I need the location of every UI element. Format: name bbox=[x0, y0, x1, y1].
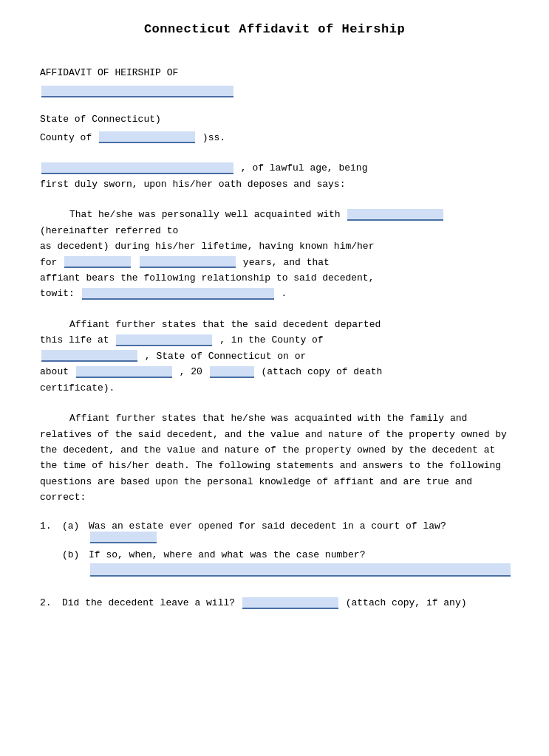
affidavit-name-field[interactable] bbox=[41, 86, 233, 97]
state-line: State of Connecticut) bbox=[40, 112, 509, 128]
q1a-text: Was an estate ever opened for said deced… bbox=[89, 520, 509, 543]
county-died-field[interactable] bbox=[41, 350, 137, 362]
affidavit-label: AFFIDAVIT OF HEIRSHIP OF bbox=[40, 67, 178, 78]
q1a-label: (a) bbox=[62, 520, 89, 543]
q2-number: 2. bbox=[40, 597, 62, 609]
q1b-text: If so, when, where and what was the case… bbox=[89, 549, 509, 577]
question-1a: (a) Was an estate ever opened for said d… bbox=[62, 520, 509, 543]
date-year-suffix-field[interactable] bbox=[210, 366, 254, 378]
county-line: County of )ss. bbox=[40, 131, 509, 146]
city-died-field[interactable] bbox=[116, 334, 212, 346]
question-1: 1. (a) Was an estate ever opened for sai… bbox=[40, 520, 509, 583]
q1-number: 1. bbox=[40, 520, 62, 583]
relationship-field[interactable] bbox=[82, 288, 274, 300]
date-month-field[interactable] bbox=[76, 366, 172, 378]
years-field-1[interactable] bbox=[64, 256, 131, 268]
paragraph-departed: Affiant further states that the said dec… bbox=[40, 317, 509, 396]
question-2: 2. Did the decedent leave a will? (attac… bbox=[40, 597, 509, 609]
q1b-label: (b) bbox=[62, 549, 89, 577]
paragraph-family: Affiant further states that he/she was a… bbox=[40, 410, 509, 506]
paragraph-acquainted: That he/she was personally well acquaint… bbox=[40, 207, 509, 302]
left-will-field[interactable] bbox=[242, 597, 338, 609]
page-title: Connecticut Affidavit of Heirship bbox=[40, 22, 509, 36]
paragraph-age: , of lawful age, being first duly sworn,… bbox=[40, 160, 509, 192]
years-field-2[interactable] bbox=[140, 256, 236, 268]
affiant-name-field[interactable] bbox=[41, 162, 233, 174]
q2-text: Did the decedent leave a will? (attach c… bbox=[62, 597, 509, 609]
estate-opened-field[interactable] bbox=[90, 532, 157, 543]
case-number-field[interactable] bbox=[90, 563, 511, 577]
decedent-name-field[interactable] bbox=[347, 209, 443, 221]
county-field[interactable] bbox=[99, 131, 195, 143]
affidavit-header-label: AFFIDAVIT OF HEIRSHIP OF bbox=[40, 66, 509, 81]
question-1b: (b) If so, when, where and what was the … bbox=[62, 549, 509, 577]
